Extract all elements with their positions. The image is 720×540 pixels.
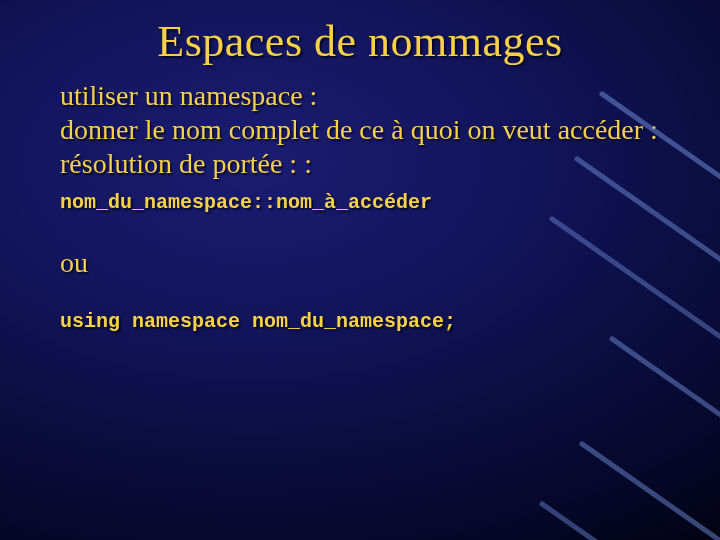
- slide-body: utiliser un namespace : donner le nom co…: [60, 79, 660, 334]
- body-line-2: donner le nom complet de ce à quoi on ve…: [60, 113, 660, 147]
- body-line-3: résolution de portée : :: [60, 147, 660, 181]
- slide: Espaces de nommages utiliser un namespac…: [0, 0, 720, 540]
- body-line-1: utiliser un namespace :: [60, 79, 660, 113]
- code-example-1: nom_du_namespace::nom_à_accéder: [60, 191, 660, 215]
- code-example-2: using namespace nom_du_namespace;: [60, 310, 660, 334]
- slide-title: Espaces de nommages: [60, 16, 660, 67]
- body-or: ou: [60, 246, 660, 280]
